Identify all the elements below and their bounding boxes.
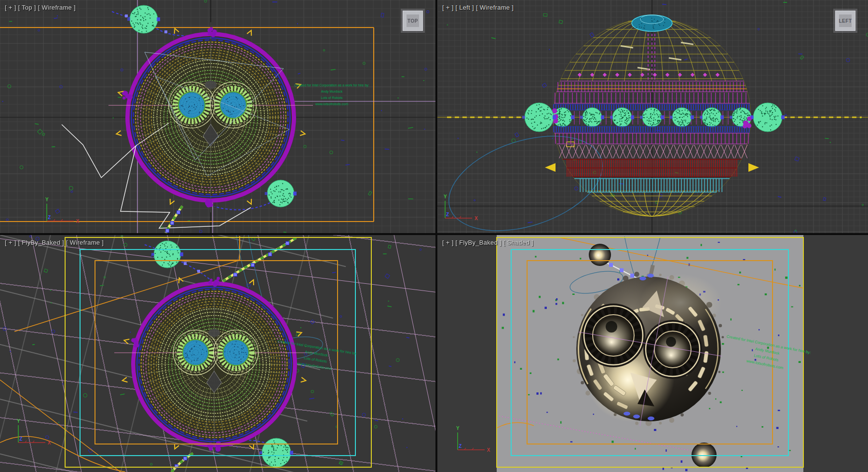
credit-line: Created for Intel Corporation as a work … xyxy=(270,82,393,88)
scene-credits-text: Created for Intel Corporation as a work … xyxy=(270,82,393,107)
credit-line: Andy Murdock xyxy=(270,88,393,95)
viewport-label-top[interactable]: [ + ] [ Top ] [ Wireframe ] xyxy=(5,4,76,11)
viewport-label-flyby-wireframe[interactable]: [ + ] [ FlyBy_Baked ] [ Wireframe ] xyxy=(5,239,104,246)
viewcube-left[interactable]: LEFT xyxy=(835,11,855,31)
viewport-camera-shaded[interactable]: [ + ] [ FlyBy_Baked ] [ Shaded ] Created… xyxy=(437,235,868,472)
top-view-scene[interactable] xyxy=(0,0,435,233)
viewport-label-left[interactable]: [ + ] [ Left ] [ Wireframe ] xyxy=(442,4,514,11)
credit-line: www.lotsofrobots.com xyxy=(270,101,393,107)
viewport-grid: [ + ] [ Top ] [ Wireframe ] TOP Created … xyxy=(0,0,868,472)
viewport-label-flyby-shaded[interactable]: [ + ] [ FlyBy_Baked ] [ Shaded ] xyxy=(442,239,533,246)
viewcube-face-label: TOP xyxy=(407,18,418,24)
viewport-left-wireframe[interactable]: [ + ] [ Left ] [ Wireframe ] LEFT YXZ xyxy=(437,0,868,233)
left-view-scene[interactable] xyxy=(437,0,868,233)
viewport-camera-wireframe[interactable]: [ + ] [ FlyBy_Baked ] [ Wireframe ] Crea… xyxy=(0,235,435,472)
viewport-top-wireframe[interactable]: [ + ] [ Top ] [ Wireframe ] TOP Created … xyxy=(0,0,435,233)
viewcube-top[interactable]: TOP xyxy=(403,11,423,31)
viewcube-face-label: LEFT xyxy=(839,18,852,24)
credit-line: Lots of Robots xyxy=(270,95,393,101)
